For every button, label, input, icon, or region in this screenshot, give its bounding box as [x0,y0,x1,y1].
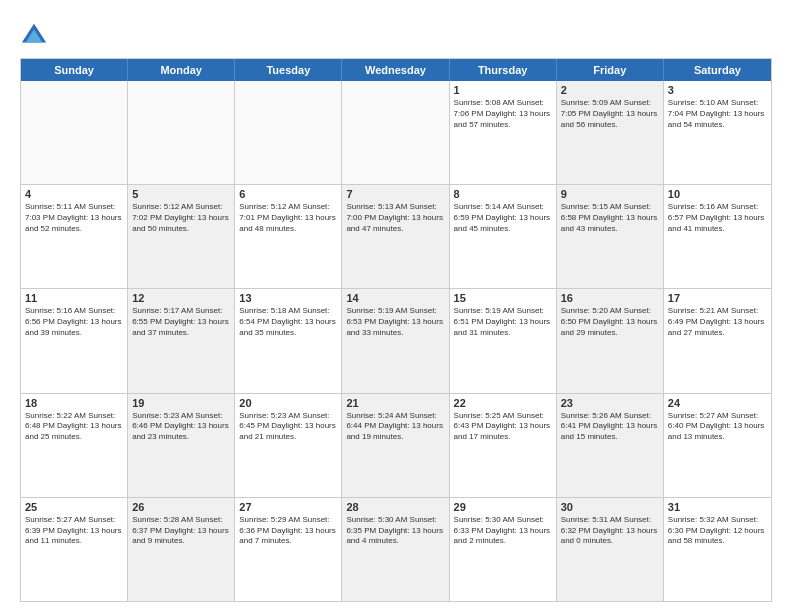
calendar-day-cell [128,81,235,184]
day-info: Sunrise: 5:29 AM Sunset: 6:36 PM Dayligh… [239,515,337,547]
day-number: 5 [132,188,230,200]
weekday-header: Saturday [664,59,771,81]
weekday-header: Tuesday [235,59,342,81]
calendar-week-row: 25Sunrise: 5:27 AM Sunset: 6:39 PM Dayli… [21,498,771,601]
calendar-day-cell: 23Sunrise: 5:26 AM Sunset: 6:41 PM Dayli… [557,394,664,497]
calendar-day-cell: 28Sunrise: 5:30 AM Sunset: 6:35 PM Dayli… [342,498,449,601]
day-number: 27 [239,501,337,513]
logo-icon [20,20,48,48]
weekday-header: Wednesday [342,59,449,81]
day-info: Sunrise: 5:21 AM Sunset: 6:49 PM Dayligh… [668,306,767,338]
day-info: Sunrise: 5:14 AM Sunset: 6:59 PM Dayligh… [454,202,552,234]
calendar-week-row: 4Sunrise: 5:11 AM Sunset: 7:03 PM Daylig… [21,185,771,289]
day-info: Sunrise: 5:18 AM Sunset: 6:54 PM Dayligh… [239,306,337,338]
day-number: 13 [239,292,337,304]
day-number: 29 [454,501,552,513]
day-number: 15 [454,292,552,304]
day-info: Sunrise: 5:09 AM Sunset: 7:05 PM Dayligh… [561,98,659,130]
calendar-day-cell [21,81,128,184]
day-info: Sunrise: 5:27 AM Sunset: 6:40 PM Dayligh… [668,411,767,443]
calendar-day-cell: 30Sunrise: 5:31 AM Sunset: 6:32 PM Dayli… [557,498,664,601]
header [20,20,772,48]
day-info: Sunrise: 5:31 AM Sunset: 6:32 PM Dayligh… [561,515,659,547]
calendar-day-cell: 5Sunrise: 5:12 AM Sunset: 7:02 PM Daylig… [128,185,235,288]
calendar-day-cell: 26Sunrise: 5:28 AM Sunset: 6:37 PM Dayli… [128,498,235,601]
day-number: 7 [346,188,444,200]
day-number: 25 [25,501,123,513]
calendar-body: 1Sunrise: 5:08 AM Sunset: 7:06 PM Daylig… [21,81,771,601]
day-number: 24 [668,397,767,409]
calendar-day-cell: 9Sunrise: 5:15 AM Sunset: 6:58 PM Daylig… [557,185,664,288]
calendar-day-cell: 13Sunrise: 5:18 AM Sunset: 6:54 PM Dayli… [235,289,342,392]
calendar-day-cell: 7Sunrise: 5:13 AM Sunset: 7:00 PM Daylig… [342,185,449,288]
calendar-day-cell: 19Sunrise: 5:23 AM Sunset: 6:46 PM Dayli… [128,394,235,497]
weekday-header: Monday [128,59,235,81]
calendar-day-cell: 6Sunrise: 5:12 AM Sunset: 7:01 PM Daylig… [235,185,342,288]
day-info: Sunrise: 5:16 AM Sunset: 6:56 PM Dayligh… [25,306,123,338]
calendar-day-cell [342,81,449,184]
calendar-day-cell: 2Sunrise: 5:09 AM Sunset: 7:05 PM Daylig… [557,81,664,184]
day-number: 21 [346,397,444,409]
day-info: Sunrise: 5:27 AM Sunset: 6:39 PM Dayligh… [25,515,123,547]
day-number: 16 [561,292,659,304]
day-info: Sunrise: 5:11 AM Sunset: 7:03 PM Dayligh… [25,202,123,234]
day-number: 14 [346,292,444,304]
day-number: 11 [25,292,123,304]
calendar-day-cell: 29Sunrise: 5:30 AM Sunset: 6:33 PM Dayli… [450,498,557,601]
calendar-week-row: 18Sunrise: 5:22 AM Sunset: 6:48 PM Dayli… [21,394,771,498]
day-info: Sunrise: 5:17 AM Sunset: 6:55 PM Dayligh… [132,306,230,338]
day-number: 26 [132,501,230,513]
page: SundayMondayTuesdayWednesdayThursdayFrid… [0,0,792,612]
calendar-day-cell: 14Sunrise: 5:19 AM Sunset: 6:53 PM Dayli… [342,289,449,392]
day-number: 23 [561,397,659,409]
calendar-day-cell [235,81,342,184]
calendar-day-cell: 3Sunrise: 5:10 AM Sunset: 7:04 PM Daylig… [664,81,771,184]
day-info: Sunrise: 5:23 AM Sunset: 6:46 PM Dayligh… [132,411,230,443]
calendar-day-cell: 17Sunrise: 5:21 AM Sunset: 6:49 PM Dayli… [664,289,771,392]
day-info: Sunrise: 5:12 AM Sunset: 7:01 PM Dayligh… [239,202,337,234]
calendar-day-cell: 15Sunrise: 5:19 AM Sunset: 6:51 PM Dayli… [450,289,557,392]
day-number: 6 [239,188,337,200]
day-number: 30 [561,501,659,513]
calendar-day-cell: 16Sunrise: 5:20 AM Sunset: 6:50 PM Dayli… [557,289,664,392]
weekday-header: Thursday [450,59,557,81]
calendar-day-cell: 1Sunrise: 5:08 AM Sunset: 7:06 PM Daylig… [450,81,557,184]
day-number: 2 [561,84,659,96]
day-info: Sunrise: 5:19 AM Sunset: 6:51 PM Dayligh… [454,306,552,338]
calendar-day-cell: 31Sunrise: 5:32 AM Sunset: 6:30 PM Dayli… [664,498,771,601]
calendar-day-cell: 10Sunrise: 5:16 AM Sunset: 6:57 PM Dayli… [664,185,771,288]
calendar-day-cell: 20Sunrise: 5:23 AM Sunset: 6:45 PM Dayli… [235,394,342,497]
day-info: Sunrise: 5:13 AM Sunset: 7:00 PM Dayligh… [346,202,444,234]
day-number: 1 [454,84,552,96]
calendar-day-cell: 21Sunrise: 5:24 AM Sunset: 6:44 PM Dayli… [342,394,449,497]
weekday-header: Sunday [21,59,128,81]
day-number: 20 [239,397,337,409]
day-number: 9 [561,188,659,200]
calendar-day-cell: 11Sunrise: 5:16 AM Sunset: 6:56 PM Dayli… [21,289,128,392]
calendar-week-row: 11Sunrise: 5:16 AM Sunset: 6:56 PM Dayli… [21,289,771,393]
day-number: 22 [454,397,552,409]
day-number: 18 [25,397,123,409]
day-info: Sunrise: 5:19 AM Sunset: 6:53 PM Dayligh… [346,306,444,338]
day-number: 31 [668,501,767,513]
calendar-day-cell: 22Sunrise: 5:25 AM Sunset: 6:43 PM Dayli… [450,394,557,497]
day-number: 17 [668,292,767,304]
day-info: Sunrise: 5:20 AM Sunset: 6:50 PM Dayligh… [561,306,659,338]
day-info: Sunrise: 5:32 AM Sunset: 6:30 PM Dayligh… [668,515,767,547]
logo [20,20,54,48]
day-number: 19 [132,397,230,409]
day-info: Sunrise: 5:16 AM Sunset: 6:57 PM Dayligh… [668,202,767,234]
day-info: Sunrise: 5:25 AM Sunset: 6:43 PM Dayligh… [454,411,552,443]
calendar-day-cell: 18Sunrise: 5:22 AM Sunset: 6:48 PM Dayli… [21,394,128,497]
day-number: 8 [454,188,552,200]
day-info: Sunrise: 5:12 AM Sunset: 7:02 PM Dayligh… [132,202,230,234]
day-info: Sunrise: 5:08 AM Sunset: 7:06 PM Dayligh… [454,98,552,130]
day-info: Sunrise: 5:23 AM Sunset: 6:45 PM Dayligh… [239,411,337,443]
day-number: 10 [668,188,767,200]
weekday-header: Friday [557,59,664,81]
day-number: 4 [25,188,123,200]
day-info: Sunrise: 5:28 AM Sunset: 6:37 PM Dayligh… [132,515,230,547]
day-number: 3 [668,84,767,96]
day-info: Sunrise: 5:10 AM Sunset: 7:04 PM Dayligh… [668,98,767,130]
calendar-day-cell: 27Sunrise: 5:29 AM Sunset: 6:36 PM Dayli… [235,498,342,601]
